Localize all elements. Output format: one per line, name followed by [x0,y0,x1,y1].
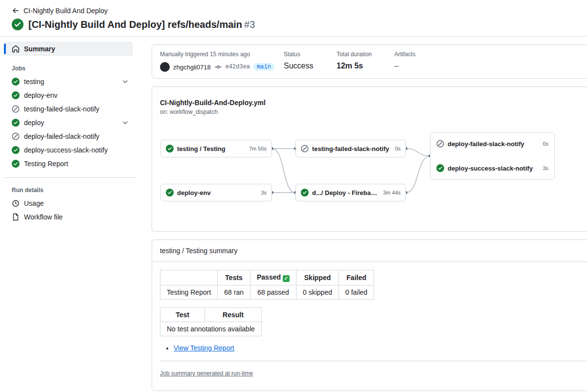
status-success-icon [166,145,174,152]
graph-node-group-deploy-notify: deploy-failed-slack-notify 0s deploy-suc… [430,132,555,180]
graph-node-deploy-firebase[interactable]: d.../ Deploy - Firebase ... 3m 44s [295,184,406,201]
sidebar-item-job-deploy[interactable]: deploy [4,116,133,130]
sidebar-item-job-deploy-env[interactable]: deploy-env [4,88,133,102]
duration-block: Total duration 12m 5s [337,51,394,72]
list-item: View Testing Report [174,344,587,352]
status-label: Status [284,51,337,58]
status-skipped-icon [12,132,20,140]
passed-check-icon: ✓ [283,275,290,282]
breadcrumb-back-link[interactable]: CI-Nightly Build And Deploy [12,7,575,15]
avatar[interactable] [160,62,170,72]
results-row-name: Testing Report [160,285,218,300]
node-label: d.../ Deploy - Firebase ... [312,189,380,196]
test-annotations-table: Test Result No test annotations availabl… [160,307,262,336]
workflow-trigger: on: workflow_dispatch [152,107,587,115]
chevron-down-icon[interactable] [121,119,129,127]
summary-label: Summary [24,45,55,53]
report-link-list: View Testing Report [160,344,587,352]
jobs-heading: Jobs [12,65,133,72]
status-skipped-icon [12,105,20,113]
duration-label: Total duration [337,51,394,58]
node-label: deploy-env [177,189,211,196]
trigger-block: Manually triggered 15 minutes ago zhgchg… [160,51,284,72]
sidebar-item-job-deploy-success-slack-notify[interactable]: deploy-success-slack-notify [4,143,133,157]
status-success-icon [12,119,20,127]
summary-divider [160,361,587,361]
annotations-header-result: Result [205,308,262,322]
run-status-success-icon [12,19,23,30]
selected-accent-bar [4,44,6,54]
sidebar-item-workflow-file[interactable]: Workflow file [4,210,133,224]
run-number: #3 [244,19,255,30]
test-results-table: Tests Passed✓ Skipped Failed Testing Rep… [160,270,374,300]
main-content: Manually triggered 15 minutes ago zhgchg… [152,37,587,392]
sidebar-item-job-testing-failed-slack-notify[interactable]: testing-failed-slack-notify [4,102,133,116]
status-skipped-icon [436,140,444,148]
status-block: Status Success [284,51,337,72]
job-label: testing-failed-slack-notify [24,105,99,113]
sidebar-item-job-testing[interactable]: testing [4,75,133,88]
duration-value: 12m 5s [337,62,394,70]
run-header: CI-Nightly Build And Deploy [CI-Nightly … [0,0,587,37]
node-label: testing-failed-slack-notify [312,145,389,152]
results-header-skipped: Skipped [296,270,339,285]
results-row-passed: 68 passed [250,285,296,300]
workflow-file-label: Workflow file [24,213,63,221]
artifacts-value: – [394,62,415,70]
job-summary-card: testing / Testing summary Tests Passed✓ … [152,240,587,391]
usage-label: Usage [24,199,44,207]
graph-node-testing-failed-slack-notify[interactable]: testing-failed-slack-notify 0s [295,140,406,157]
summary-card-title: testing / Testing summary [152,240,587,262]
graph-node-deploy-failed-slack-notify[interactable]: deploy-failed-slack-notify 0s [436,140,548,148]
run-title-row: [CI-Nightly Build And Deploy] refs/heads… [12,19,575,30]
annotations-empty-cell: No test annotations available [160,322,262,336]
job-list: testing deploy-env testing-failed-slack-… [4,75,133,171]
workflow-file-icon [12,213,20,221]
commit-sha[interactable]: e42d3ea [226,64,250,70]
results-header-passed: Passed✓ [250,270,296,285]
sidebar-divider [4,177,136,178]
run-details-heading: Run details [12,187,133,194]
job-label: Testing Report [24,160,68,168]
node-label: deploy-failed-slack-notify [448,140,524,148]
status-success-icon [12,91,20,99]
sidebar-item-job-testing-report[interactable]: Testing Report [4,157,133,171]
chevron-down-icon[interactable] [121,78,129,86]
status-success-icon [436,164,444,172]
artifacts-block: Artifacts – [394,51,415,72]
status-success-icon [166,189,174,196]
back-arrow-icon [12,7,20,15]
graph-node-deploy-success-slack-notify[interactable]: deploy-success-slack-notify 3s [436,164,548,172]
node-duration: 3s [261,190,267,196]
view-testing-report-link[interactable]: View Testing Report [174,344,234,352]
results-row-tests: 68 ran [218,285,250,300]
actor-login[interactable]: zhgchgli0718 [173,64,211,71]
job-label: deploy [24,119,44,127]
branch-badge[interactable]: main [253,63,274,71]
job-label: deploy-env [24,91,58,99]
node-duration: 0s [542,141,548,147]
job-label: deploy-success-slack-notify [24,146,108,154]
graph-node-deploy-env[interactable]: deploy-env 3s [160,184,272,201]
sidebar-item-job-deploy-failed-slack-notify[interactable]: deploy-failed-slack-notify [4,130,133,143]
results-row-skipped: 0 skipped [296,285,339,300]
workflow-run-page: CI-Nightly Build And Deploy [CI-Nightly … [0,0,587,392]
results-header-tests: Tests [218,270,250,285]
run-meta-card: Manually triggered 15 minutes ago zhgchg… [152,44,587,79]
sidebar: Summary Jobs testing deploy-env testing-… [0,37,152,224]
job-summary-footer-link[interactable]: Job summary generated at run-time [160,370,253,377]
annotations-header-test: Test [160,308,205,322]
sidebar-item-summary[interactable]: Summary [4,42,133,56]
results-row-failed: 0 failed [339,285,374,300]
page-title: [CI-Nightly Build And Deploy] refs/heads… [28,19,255,30]
table-row: Testing Report 68 ran 68 passed 0 skippe… [160,285,374,300]
breadcrumb-label: CI-Nightly Build And Deploy [23,7,108,15]
sidebar-item-usage[interactable]: Usage [4,196,133,210]
job-label: testing [24,78,44,86]
actor-row: zhgchgli0718 e42d3ea main [160,62,284,72]
node-duration: 3m 44s [383,190,401,196]
job-label: deploy-failed-slack-notify [24,132,99,140]
graph-node-testing[interactable]: testing / Testing 7m 56s [160,140,272,157]
node-duration: 0s [395,146,401,152]
status-value: Success [284,62,337,70]
